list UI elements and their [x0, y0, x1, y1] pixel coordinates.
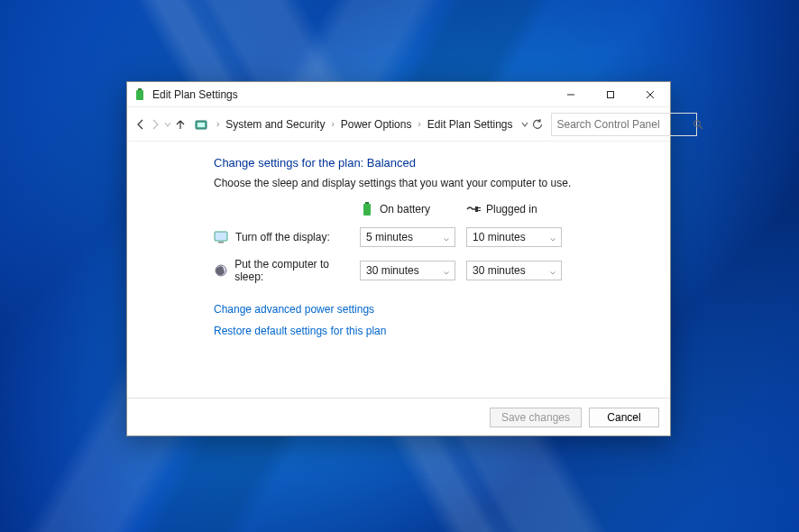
search-box[interactable]: [551, 113, 697, 136]
chevron-right-icon: ›: [415, 119, 423, 129]
save-changes-button[interactable]: Save changes: [490, 408, 582, 427]
sleep-plugged-value: 30 minutes: [473, 264, 526, 277]
display-battery-value: 5 minutes: [366, 231, 413, 243]
sleep-icon: [214, 263, 227, 278]
up-button[interactable]: [174, 113, 187, 136]
display-battery-dropdown[interactable]: 5 minutes ⌵: [360, 227, 455, 247]
breadcrumb-expand-icon[interactable]: [520, 120, 529, 129]
settings-grid: On battery Plugged in Turn off the displ…: [214, 202, 645, 283]
plug-icon: [466, 202, 481, 216]
breadcrumb-edit-plan[interactable]: Edit Plan Settings: [426, 115, 515, 133]
breadcrumb-power-options[interactable]: Power Options: [339, 115, 414, 133]
window-buttons: [551, 82, 670, 107]
content-area: Change settings for the plan: Balanced C…: [127, 142, 670, 398]
chevron-down-icon: ⌵: [550, 266, 556, 276]
control-panel-icon: [194, 117, 208, 132]
column-plugged-in: Plugged in: [466, 202, 567, 216]
forward-button[interactable]: [149, 113, 161, 136]
chevron-right-icon: ›: [328, 119, 336, 129]
recent-chevron-icon[interactable]: [163, 113, 172, 136]
column-battery-label: On battery: [380, 203, 430, 216]
maximize-button[interactable]: [591, 82, 630, 107]
sleep-battery-value: 30 minutes: [366, 264, 419, 277]
sleep-battery-dropdown[interactable]: 30 minutes ⌵: [360, 261, 455, 280]
cancel-button[interactable]: Cancel: [589, 408, 659, 427]
column-plugged-label: Plugged in: [486, 203, 537, 216]
chevron-down-icon: ⌵: [444, 266, 449, 276]
links-section: Change advanced power settings Restore d…: [214, 303, 645, 337]
svg-point-8: [693, 120, 700, 126]
row-sleep: Put the computer to sleep:: [214, 258, 354, 283]
titlebar: Edit Plan Settings: [127, 82, 670, 107]
display-icon: [214, 230, 228, 244]
minimize-button[interactable]: [551, 82, 591, 107]
breadcrumb-system-security[interactable]: System and Security: [224, 115, 326, 133]
close-button[interactable]: [630, 82, 670, 107]
battery-app-icon: [133, 87, 147, 102]
search-input[interactable]: [557, 118, 693, 131]
refresh-button[interactable]: [531, 118, 544, 131]
breadcrumb: › System and Security › Power Options › …: [194, 115, 515, 133]
display-plugged-dropdown[interactable]: 10 minutes ⌵: [466, 227, 562, 247]
svg-line-9: [699, 125, 702, 128]
page-subtext: Choose the sleep and display settings th…: [214, 177, 645, 189]
row-display: Turn off the display:: [214, 230, 354, 244]
row-sleep-label: Put the computer to sleep:: [234, 258, 354, 283]
footer: Save changes Cancel: [127, 398, 670, 436]
svg-rect-15: [215, 232, 227, 241]
column-on-battery: On battery: [360, 202, 461, 216]
restore-defaults-link[interactable]: Restore default settings for this plan: [214, 325, 645, 337]
svg-rect-12: [475, 206, 478, 212]
svg-rect-7: [197, 123, 205, 127]
edit-plan-window: Edit Plan Settings: [126, 81, 671, 436]
chevron-down-icon: ⌵: [444, 233, 449, 243]
svg-rect-16: [218, 242, 224, 243]
advanced-power-link[interactable]: Change advanced power settings: [214, 303, 645, 316]
window-title: Edit Plan Settings: [152, 88, 551, 101]
svg-rect-0: [136, 90, 143, 100]
svg-rect-3: [608, 91, 614, 97]
battery-icon: [360, 202, 374, 216]
svg-rect-1: [138, 88, 142, 90]
back-button[interactable]: [134, 113, 147, 136]
page-heading: Change settings for the plan: Balanced: [214, 156, 645, 170]
toolbar: › System and Security › Power Options › …: [127, 107, 670, 142]
row-display-label: Turn off the display:: [235, 231, 330, 243]
search-icon[interactable]: [693, 119, 703, 130]
chevron-down-icon: ⌵: [550, 233, 556, 243]
svg-rect-10: [363, 204, 371, 216]
sleep-plugged-dropdown[interactable]: 30 minutes ⌵: [466, 261, 562, 280]
svg-rect-11: [365, 202, 369, 204]
chevron-right-icon: ›: [214, 119, 222, 129]
display-plugged-value: 10 minutes: [473, 231, 526, 243]
